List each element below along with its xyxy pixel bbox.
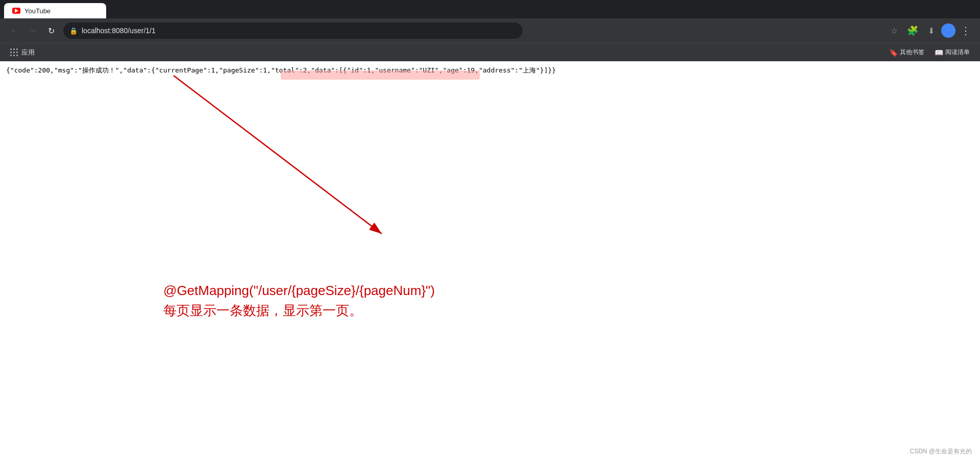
active-tab[interactable]: YouTube [4,3,106,18]
downloads-button[interactable]: ⬇ [923,22,939,39]
reload-button[interactable]: ↻ [43,22,59,39]
downloads-icon: ⬇ [928,26,935,36]
bookmark-other[interactable]: 🔖 其他书签 [885,46,928,59]
apps-button[interactable]: 应用 [6,46,39,59]
tab-favicon [12,7,20,15]
page-content: {"code":200,"msg":"操作成功！","data":{"curre… [0,61,980,461]
forward-button[interactable]: → [24,22,41,39]
bookmark-button[interactable]: ☆ [886,22,902,39]
annotation-container: @GetMapping("/user/{pageSize}/{pageNum}"… [0,61,980,461]
tab-bar: YouTube [0,0,980,18]
extensions-icon: 🧩 [907,25,918,36]
toolbar-right: ☆ 🧩 ⬇ ⋮ [886,22,974,39]
annotation-line1: @GetMapping("/user/{pageSize}/{pageNum}"… [163,281,435,301]
more-icon: ⋮ [961,25,971,37]
bookmarks-bar: 应用 🔖 其他书签 📖 阅读清单 [0,43,980,61]
annotation-text: @GetMapping("/user/{pageSize}/{pageNum}"… [163,281,435,321]
apps-grid-icon [10,48,18,57]
readinglist-icon: 📖 [935,48,943,57]
json-response: {"code":200,"msg":"操作成功！","data":{"curre… [6,65,974,76]
csdn-watermark: CSDN @生命是有光的 [910,447,972,456]
youtube-favicon-icon [12,8,20,14]
bookmark-readinglist[interactable]: 📖 阅读清单 [930,46,974,59]
bookmark-icon: 🔖 [889,48,898,57]
profile-avatar[interactable] [941,23,955,38]
address-display: localhost:8080/user/1/1 [82,27,517,35]
browser-chrome: YouTube ← → ↻ 🔒 localhost:8080/user/1/1 … [0,0,980,61]
annotation-arrow [0,61,980,276]
svg-line-1 [174,76,382,234]
bookmark-readinglist-label: 阅读清单 [945,48,970,57]
annotation-line2: 每页显示一条数据，显示第一页。 [163,301,435,321]
more-button[interactable]: ⋮ [958,22,974,39]
extensions-button[interactable]: 🧩 [904,22,921,39]
address-input-container[interactable]: 🔒 localhost:8080/user/1/1 [63,22,523,39]
back-button[interactable]: ← [6,22,22,39]
lock-icon: 🔒 [69,27,78,35]
nav-buttons: ← → ↻ [6,22,59,39]
bookmark-other-label: 其他书签 [900,48,924,57]
tab-title: YouTube [24,7,51,15]
apps-label: 应用 [21,48,35,57]
address-bar: ← → ↻ 🔒 localhost:8080/user/1/1 ☆ 🧩 ⬇ [0,18,980,43]
